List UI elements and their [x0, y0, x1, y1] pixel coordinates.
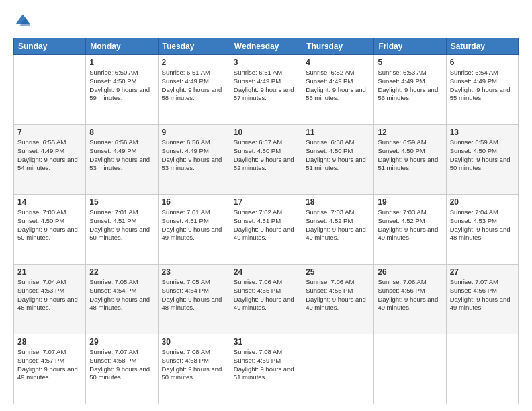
day-cell: 4Sunrise: 6:52 AMSunset: 4:49 PMDaylight…: [302, 55, 374, 125]
day-cell: 10Sunrise: 6:57 AMSunset: 4:50 PMDayligh…: [230, 125, 302, 195]
day-cell: 26Sunrise: 7:06 AMSunset: 4:56 PMDayligh…: [374, 265, 446, 334]
day-info: Sunrise: 6:56 AMSunset: 4:49 PMDaylight:…: [162, 138, 226, 173]
day-info: Sunrise: 7:04 AMSunset: 4:53 PMDaylight:…: [17, 278, 82, 312]
day-cell: 7Sunrise: 6:55 AMSunset: 4:49 PMDaylight…: [14, 125, 86, 195]
day-cell: 28Sunrise: 7:07 AMSunset: 4:57 PMDayligh…: [14, 334, 86, 404]
week-row-3: 14Sunrise: 7:00 AMSunset: 4:50 PMDayligh…: [14, 195, 519, 265]
week-row-5: 28Sunrise: 7:07 AMSunset: 4:57 PMDayligh…: [14, 334, 519, 404]
header: [13, 12, 519, 31]
day-info: Sunrise: 6:50 AMSunset: 4:50 PMDaylight:…: [89, 68, 154, 103]
day-info: Sunrise: 7:08 AMSunset: 4:58 PMDaylight:…: [162, 348, 226, 382]
day-info: Sunrise: 7:08 AMSunset: 4:59 PMDaylight:…: [234, 348, 298, 382]
day-cell: 17Sunrise: 7:02 AMSunset: 4:51 PMDayligh…: [230, 195, 302, 265]
logo-icon: [13, 12, 32, 31]
day-info: Sunrise: 7:07 AMSunset: 4:58 PMDaylight:…: [89, 348, 154, 382]
day-info: Sunrise: 7:00 AMSunset: 4:50 PMDaylight:…: [17, 208, 82, 242]
day-cell: 14Sunrise: 7:00 AMSunset: 4:50 PMDayligh…: [14, 195, 86, 265]
weekday-header-row: SundayMondayTuesdayWednesdayThursdayFrid…: [14, 38, 519, 55]
day-info: Sunrise: 6:51 AMSunset: 4:49 PMDaylight:…: [234, 68, 298, 103]
day-cell: 25Sunrise: 7:06 AMSunset: 4:55 PMDayligh…: [302, 265, 374, 334]
day-info: Sunrise: 7:07 AMSunset: 4:56 PMDaylight:…: [450, 278, 515, 312]
day-cell: 21Sunrise: 7:04 AMSunset: 4:53 PMDayligh…: [14, 265, 86, 334]
day-number: 27: [450, 267, 515, 277]
day-cell: 1Sunrise: 6:50 AMSunset: 4:50 PMDaylight…: [86, 55, 158, 125]
day-number: 23: [162, 267, 226, 277]
day-number: 5: [378, 58, 442, 67]
day-info: Sunrise: 6:52 AMSunset: 4:49 PMDaylight:…: [306, 68, 370, 103]
day-info: Sunrise: 6:51 AMSunset: 4:49 PMDaylight:…: [162, 68, 226, 103]
day-cell: 11Sunrise: 6:58 AMSunset: 4:50 PMDayligh…: [302, 125, 374, 195]
day-cell: [302, 334, 374, 404]
day-number: 6: [450, 58, 515, 67]
day-number: 31: [234, 337, 298, 347]
day-cell: 24Sunrise: 7:06 AMSunset: 4:55 PMDayligh…: [230, 265, 302, 334]
day-number: 4: [306, 58, 370, 67]
day-cell: 2Sunrise: 6:51 AMSunset: 4:49 PMDaylight…: [158, 55, 230, 125]
day-number: 25: [306, 267, 370, 277]
weekday-header-thursday: Thursday: [302, 38, 374, 55]
day-cell: 3Sunrise: 6:51 AMSunset: 4:49 PMDaylight…: [230, 55, 302, 125]
day-cell: 13Sunrise: 6:59 AMSunset: 4:50 PMDayligh…: [446, 125, 518, 195]
day-number: 14: [17, 197, 82, 207]
day-info: Sunrise: 6:56 AMSunset: 4:49 PMDaylight:…: [89, 138, 154, 173]
day-number: 1: [89, 58, 154, 67]
day-info: Sunrise: 7:04 AMSunset: 4:53 PMDaylight:…: [450, 208, 515, 242]
day-info: Sunrise: 6:59 AMSunset: 4:50 PMDaylight:…: [450, 138, 515, 173]
day-cell: 22Sunrise: 7:05 AMSunset: 4:54 PMDayligh…: [86, 265, 158, 334]
day-info: Sunrise: 6:58 AMSunset: 4:50 PMDaylight:…: [306, 138, 370, 173]
day-info: Sunrise: 7:05 AMSunset: 4:54 PMDaylight:…: [162, 278, 226, 312]
calendar-table: SundayMondayTuesdayWednesdayThursdayFrid…: [13, 38, 519, 404]
day-number: 20: [450, 197, 515, 207]
day-info: Sunrise: 6:54 AMSunset: 4:49 PMDaylight:…: [450, 68, 515, 103]
day-cell: 31Sunrise: 7:08 AMSunset: 4:59 PMDayligh…: [230, 334, 302, 404]
day-number: 19: [378, 197, 442, 207]
weekday-header-sunday: Sunday: [14, 38, 86, 55]
day-number: 11: [306, 128, 370, 137]
day-number: 22: [89, 267, 154, 277]
day-info: Sunrise: 7:06 AMSunset: 4:55 PMDaylight:…: [306, 278, 370, 312]
day-number: 15: [89, 197, 154, 207]
day-cell: 19Sunrise: 7:03 AMSunset: 4:52 PMDayligh…: [374, 195, 446, 265]
day-number: 2: [162, 58, 226, 67]
day-number: 9: [162, 128, 226, 137]
day-info: Sunrise: 7:07 AMSunset: 4:57 PMDaylight:…: [17, 348, 82, 382]
day-cell: 29Sunrise: 7:07 AMSunset: 4:58 PMDayligh…: [86, 334, 158, 404]
day-number: 21: [17, 267, 82, 277]
day-number: 10: [234, 128, 298, 137]
day-cell: 20Sunrise: 7:04 AMSunset: 4:53 PMDayligh…: [446, 195, 518, 265]
day-cell: 18Sunrise: 7:03 AMSunset: 4:52 PMDayligh…: [302, 195, 374, 265]
day-cell: [374, 334, 446, 404]
weekday-header-wednesday: Wednesday: [230, 38, 302, 55]
day-info: Sunrise: 7:01 AMSunset: 4:51 PMDaylight:…: [89, 208, 154, 242]
day-info: Sunrise: 6:59 AMSunset: 4:50 PMDaylight:…: [378, 138, 442, 173]
day-cell: 5Sunrise: 6:53 AMSunset: 4:49 PMDaylight…: [374, 55, 446, 125]
day-cell: 27Sunrise: 7:07 AMSunset: 4:56 PMDayligh…: [446, 265, 518, 334]
day-number: 17: [234, 197, 298, 207]
day-info: Sunrise: 6:55 AMSunset: 4:49 PMDaylight:…: [17, 138, 82, 173]
weekday-header-friday: Friday: [374, 38, 446, 55]
day-number: 12: [378, 128, 442, 137]
day-info: Sunrise: 7:06 AMSunset: 4:56 PMDaylight:…: [378, 278, 442, 312]
day-cell: 8Sunrise: 6:56 AMSunset: 4:49 PMDaylight…: [86, 125, 158, 195]
week-row-2: 7Sunrise: 6:55 AMSunset: 4:49 PMDaylight…: [14, 125, 519, 195]
day-cell: 30Sunrise: 7:08 AMSunset: 4:58 PMDayligh…: [158, 334, 230, 404]
day-number: 30: [162, 337, 226, 347]
day-number: 13: [450, 128, 515, 137]
day-info: Sunrise: 7:03 AMSunset: 4:52 PMDaylight:…: [306, 208, 370, 242]
page: SundayMondayTuesdayWednesdayThursdayFrid…: [0, 0, 532, 411]
day-cell: 12Sunrise: 6:59 AMSunset: 4:50 PMDayligh…: [374, 125, 446, 195]
day-cell: 16Sunrise: 7:01 AMSunset: 4:51 PMDayligh…: [158, 195, 230, 265]
week-row-4: 21Sunrise: 7:04 AMSunset: 4:53 PMDayligh…: [14, 265, 519, 334]
week-row-1: 1Sunrise: 6:50 AMSunset: 4:50 PMDaylight…: [14, 55, 519, 125]
day-number: 28: [17, 337, 82, 347]
day-number: 3: [234, 58, 298, 67]
day-info: Sunrise: 6:53 AMSunset: 4:49 PMDaylight:…: [378, 68, 442, 103]
day-info: Sunrise: 7:02 AMSunset: 4:51 PMDaylight:…: [234, 208, 298, 242]
day-number: 7: [17, 128, 82, 137]
weekday-header-monday: Monday: [86, 38, 158, 55]
day-info: Sunrise: 7:06 AMSunset: 4:55 PMDaylight:…: [234, 278, 298, 312]
day-number: 16: [162, 197, 226, 207]
day-number: 8: [89, 128, 154, 137]
day-cell: 15Sunrise: 7:01 AMSunset: 4:51 PMDayligh…: [86, 195, 158, 265]
weekday-header-saturday: Saturday: [446, 38, 518, 55]
